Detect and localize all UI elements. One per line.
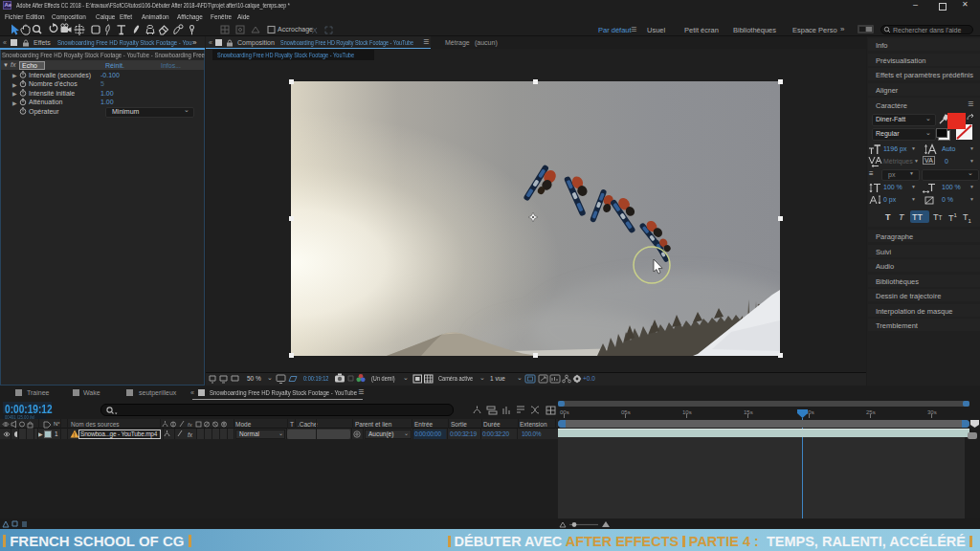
svg-text:fx: fx — [188, 431, 193, 438]
svg-text:!: ! — [74, 431, 76, 438]
svg-text:fx: fx — [188, 422, 193, 428]
